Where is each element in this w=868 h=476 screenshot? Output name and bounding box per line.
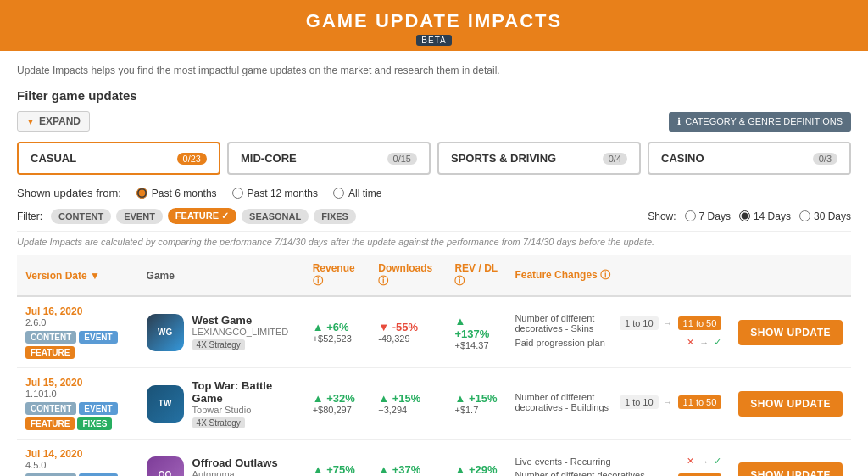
revenue-percent: +32% (313, 392, 362, 405)
col-downloads[interactable]: Downloads ⓘ (370, 255, 446, 296)
table-body: Jul 16, 2020 2.6.0 CONTENTEVENTFEATURE W… (17, 296, 851, 476)
beta-badge: BETA (416, 35, 451, 46)
time-option-12months[interactable]: Past 12 months (232, 188, 318, 199)
revenue-percent: +6% (313, 321, 362, 333)
show-update-button[interactable]: SHOW UPDATE (738, 462, 843, 477)
cat-tab-count-casual: 0/23 (177, 153, 207, 165)
updates-table: Version Date ▼ Game Revenue ⓘ Downloads … (17, 255, 851, 476)
cat-tab-label-casino: CASINO (661, 152, 704, 165)
rev-dl-cell: +29% +$1.5 (446, 440, 506, 477)
chip-fixes[interactable]: FIXES (314, 209, 356, 224)
cat-tab-label-sports: SPORTS & DRIVING (451, 152, 556, 165)
feature-label: Paid progression plan (515, 338, 682, 348)
game-icon: OO (147, 456, 184, 477)
game-icon: WG (147, 314, 184, 351)
feature-from: 1 to 10 (620, 316, 659, 330)
show-filter-label: Show: (648, 210, 676, 222)
tag-event: EVENT (79, 331, 117, 344)
col-action (730, 255, 851, 296)
col-rev-dl[interactable]: REV / DL ⓘ (446, 255, 506, 296)
action-cell[interactable]: SHOW UPDATE (730, 368, 851, 440)
revenue-value: +$52,523 (313, 333, 362, 344)
feature-changes-cell: Number of different decoratives - Skins … (506, 296, 730, 368)
arrow-right-icon: → (664, 318, 673, 328)
tag-row: CONTENTEVENTFEATURE (25, 331, 130, 359)
col-revenue[interactable]: Revenue ⓘ (304, 255, 370, 296)
downloads-percent: +15% (378, 392, 437, 405)
chip-feature[interactable]: FEATURE ✓ (168, 208, 236, 224)
rev-dl-cell: +137% +$14.37 (446, 296, 506, 368)
downloads-cell: -55% -49,329 (370, 296, 446, 368)
filter-chips-row: Filter: CONTENT EVENT FEATURE ✓ SEASONAL… (17, 208, 851, 224)
feature-row: Number of different decoratives - Buildi… (515, 392, 721, 412)
rev-dl-percent: +137% (454, 315, 498, 340)
show-update-button[interactable]: SHOW UPDATE (738, 391, 843, 417)
tag-content: CONTENT (25, 402, 76, 415)
feature-to: 11 to 50 (678, 395, 722, 409)
col-version-date[interactable]: Version Date ▼ (17, 255, 138, 296)
category-definition-button[interactable]: ℹ CATEGORY & GENRE DEFINITIONS (669, 112, 851, 132)
show-7days[interactable]: 7 Days (685, 210, 731, 222)
feature-label: Live events - Recurring (515, 456, 682, 467)
action-cell[interactable]: SHOW UPDATE (730, 296, 851, 368)
check-icon: ✓ (714, 337, 721, 348)
cat-tab-label-midcore: MID-CORE (241, 152, 297, 165)
time-option-alltime[interactable]: All time (333, 188, 381, 199)
action-cell[interactable]: SHOW UPDATE (730, 440, 851, 477)
category-tab-sports[interactable]: SPORTS & DRIVING0/4 (437, 142, 641, 175)
cat-tab-count-sports: 0/4 (603, 153, 627, 165)
tag-feature: FEATURE (25, 346, 75, 359)
feature-row: Number of different decoratives - Skins … (515, 313, 721, 333)
game-genre: 4X Strategy (192, 339, 245, 350)
cat-tab-label-casual: CASUAL (31, 152, 76, 165)
category-tab-midcore[interactable]: MID-CORE0/15 (227, 142, 431, 175)
rev-dl-value: +$14.37 (454, 340, 498, 350)
feature-changes-cell: Number of different decoratives - Buildi… (506, 368, 730, 440)
downloads-cell: +37% +14,555 (370, 440, 446, 477)
downloads-value: -49,329 (378, 333, 437, 344)
revenue-cell: +32% +$80,297 (304, 368, 370, 440)
app-title: GAME UPDATE IMPACTS (0, 10, 868, 32)
col-game: Game (138, 255, 304, 296)
game-name: West Game (192, 314, 289, 327)
game-icon: TW (147, 385, 184, 423)
col-feature-changes[interactable]: Feature Changes ⓘ (506, 255, 730, 296)
time-filter-label: Shown updates from: (17, 187, 121, 199)
chip-seasonal[interactable]: SEASONAL (242, 209, 309, 224)
show-update-button[interactable]: SHOW UPDATE (738, 320, 843, 345)
rev-dl-percent: +15% (454, 392, 498, 405)
version-number: 1.101.0 (25, 389, 130, 399)
game-genre: 4X Strategy (192, 417, 245, 428)
expand-button[interactable]: ▼ EXPAND (17, 111, 90, 132)
table-row: Jul 15, 2020 1.101.0 CONTENTEVENTFEATURE… (17, 368, 851, 440)
chip-content[interactable]: CONTENT (51, 209, 111, 224)
version-number: 2.6.0 (25, 317, 130, 328)
feature-to: 11 to 50 (678, 316, 722, 330)
chip-event[interactable]: EVENT (116, 209, 163, 224)
show-14days[interactable]: 14 Days (739, 210, 791, 222)
game-cell: TW Top War: Battle Game Topwar Studio 4X… (138, 368, 304, 440)
revenue-cell: +75% +$157,741 (304, 440, 370, 477)
game-developer: LEXIANGCO_LIMITED (192, 327, 289, 337)
arrow-right-icon: → (699, 456, 709, 467)
feature-row: Live events - Recurring ✕ → ✓ (515, 456, 721, 467)
category-tab-casino[interactable]: CASINO0/3 (648, 142, 851, 175)
cross-icon: ✕ (687, 337, 694, 348)
version-date: Jul 15, 2020 (25, 377, 130, 389)
feature-label: Number of different decoratives - Buildi… (515, 392, 615, 412)
category-tab-casual[interactable]: CASUAL0/23 (17, 142, 220, 175)
feature-row: Number of different decoratives - Buildi… (515, 470, 721, 476)
feature-changes-cell: Live events - Recurring ✕ → ✓ Number of … (506, 440, 730, 477)
show-30days[interactable]: 30 Days (799, 210, 851, 222)
game-cell: WG West Game LEXIANGCO_LIMITED 4X Strate… (138, 296, 304, 368)
feature-label: Number of different decoratives - Skins (515, 313, 615, 333)
time-option-6months[interactable]: Past 6 months (136, 188, 217, 199)
arrow-right-icon: → (664, 397, 673, 407)
game-cell: OO Offroad Outlaws Autonoma Realistic Dr… (138, 440, 304, 477)
tag-feature: FEATURE (25, 417, 75, 430)
feature-label: Number of different decoratives - Buildi… (515, 470, 645, 476)
arrow-right-icon: → (699, 338, 709, 348)
tag-row: CONTENTEVENTFEATUREFIXES (25, 402, 130, 430)
game-name: Top War: Battle Game (192, 379, 296, 405)
revenue-value: +$80,297 (313, 405, 362, 415)
